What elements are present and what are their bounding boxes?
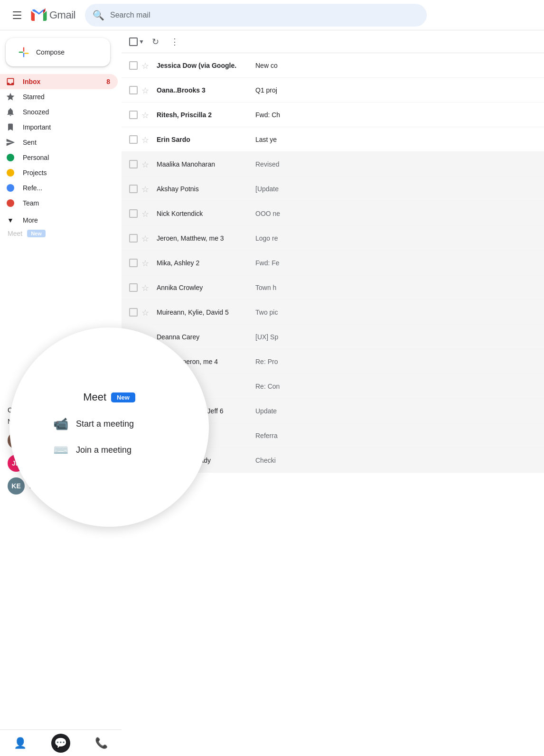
- email-sender: Nick Kortendick: [157, 210, 252, 217]
- email-row[interactable]: ☆Ritesh, Priscilla 2Fwd: Ch: [122, 103, 544, 127]
- svg-point-4: [7, 154, 14, 161]
- email-sender: Maalika Manoharan: [157, 160, 252, 168]
- email-snippet: Logo re: [255, 234, 536, 242]
- email-checkbox[interactable]: [129, 259, 138, 267]
- email-row[interactable]: ☆Oana..Brooks 3Q1 proj: [122, 78, 544, 103]
- star-icon[interactable]: ☆: [141, 61, 151, 70]
- email-checkbox[interactable]: [129, 61, 138, 70]
- star-icon[interactable]: ☆: [141, 184, 151, 194]
- email-row[interactable]: ☆Jeroen, Matthew, me 3Logo re: [122, 226, 544, 251]
- sidebar-item-starred[interactable]: Starred: [0, 89, 118, 104]
- menu-line: [13, 11, 21, 12]
- toolbar: ▼ ↻ ⋮: [122, 30, 544, 53]
- email-checkbox[interactable]: [129, 234, 138, 243]
- meet-circle-popup: Meet New 📹 Start a meeting ⌨️ Join a mee…: [9, 327, 209, 527]
- email-row[interactable]: ☆Deanna Carey[UX] Sp: [122, 325, 544, 349]
- svg-rect-0: [23, 47, 24, 52]
- sidebar-item-projects[interactable]: Projects: [0, 165, 118, 180]
- email-sender: Ritesh, Priscilla 2: [157, 111, 252, 119]
- sidebar-item-more[interactable]: ▼ More: [0, 213, 118, 228]
- select-all-group: ▼: [129, 37, 144, 46]
- email-snippet: Last ye: [255, 136, 536, 143]
- sidebar-item-inbox[interactable]: Inbox 8: [0, 74, 118, 89]
- email-snippet: [UX] Sp: [255, 333, 536, 341]
- personal-icon: [6, 153, 15, 162]
- email-checkbox[interactable]: [129, 160, 138, 168]
- email-checkbox[interactable]: [129, 111, 138, 119]
- star-icon[interactable]: ☆: [141, 308, 151, 317]
- star-icon[interactable]: ☆: [141, 209, 151, 218]
- star-icon[interactable]: ☆: [141, 159, 151, 169]
- sidebar-item-reference[interactable]: Refe...: [0, 180, 118, 196]
- team-icon: [6, 198, 15, 208]
- sidebar-item-personal[interactable]: Personal: [0, 150, 118, 165]
- star-icon[interactable]: ☆: [141, 110, 151, 120]
- video-camera-icon: 📹: [53, 417, 68, 431]
- star-icon[interactable]: ☆: [141, 85, 151, 95]
- join-meeting-button[interactable]: ⌨️ Join a meeting: [38, 437, 180, 463]
- email-snippet: Two pic: [255, 308, 536, 316]
- sidebar-item-team[interactable]: Team: [0, 196, 118, 211]
- email-checkbox[interactable]: [129, 135, 138, 144]
- more-options-button[interactable]: ⋮: [167, 34, 182, 49]
- email-sender: Akshay Potnis: [157, 185, 252, 193]
- svg-point-7: [7, 199, 14, 207]
- email-snippet: Revised: [255, 160, 536, 168]
- sidebar-item-sent[interactable]: Sent: [0, 135, 118, 150]
- email-row[interactable]: ☆Mika, Ashley 2Fwd: Fe: [122, 251, 544, 275]
- search-input[interactable]: [110, 11, 419, 19]
- email-row[interactable]: ☆Annika CrowleyTown h: [122, 275, 544, 300]
- select-all-arrow[interactable]: ▼: [139, 38, 144, 45]
- inbox-label: Inbox: [23, 78, 99, 85]
- refresh-button[interactable]: ↻: [148, 34, 163, 49]
- sidebar-item-important[interactable]: Important: [0, 120, 118, 135]
- select-all-checkbox[interactable]: [129, 37, 138, 46]
- email-checkbox[interactable]: [129, 185, 138, 193]
- inbox-icon: [6, 77, 15, 86]
- sent-icon: [6, 138, 15, 147]
- email-row[interactable]: ☆Muireann, Kylie, David 5Two pic: [122, 300, 544, 325]
- meet-new-badge: New: [27, 230, 46, 237]
- starred-icon: [6, 92, 15, 102]
- meet-popup-new-badge: New: [111, 392, 135, 402]
- star-icon[interactable]: ☆: [141, 258, 151, 268]
- reference-icon: [6, 183, 15, 193]
- email-sender: Deanna Carey: [157, 333, 252, 341]
- email-snippet: Fwd: Ch: [255, 111, 536, 119]
- email-snippet: Checki: [255, 457, 536, 464]
- svg-rect-3: [23, 53, 24, 57]
- email-checkbox[interactable]: [129, 86, 138, 94]
- email-checkbox[interactable]: [129, 283, 138, 292]
- avatar-wrap-katherine: KE: [8, 477, 25, 495]
- email-snippet: New co: [255, 62, 536, 69]
- email-row[interactable]: ☆Maalika ManoharanRevised: [122, 152, 544, 177]
- star-icon[interactable]: ☆: [141, 283, 151, 292]
- svg-point-5: [7, 169, 14, 177]
- email-sender: Jeroen, Matthew, me 3: [157, 234, 252, 242]
- email-snippet: Town h: [255, 284, 536, 291]
- phone-nav-button[interactable]: 📞: [92, 734, 111, 753]
- email-sender: Jessica Dow (via Google.: [157, 62, 252, 69]
- star-icon[interactable]: ☆: [141, 135, 151, 144]
- menu-button[interactable]: [8, 6, 27, 25]
- personal-label: Personal: [23, 154, 110, 161]
- star-icon[interactable]: ☆: [141, 233, 151, 243]
- search-bar[interactable]: 🔍: [85, 4, 427, 27]
- email-row[interactable]: ☆Jessica Dow (via Google.New co: [122, 53, 544, 78]
- email-row[interactable]: ☆Nick KortendickOOO ne: [122, 201, 544, 226]
- header: Gmail 🔍: [0, 0, 544, 30]
- email-checkbox[interactable]: [129, 308, 138, 317]
- chat-nav-button[interactable]: 💬: [51, 734, 70, 753]
- email-row[interactable]: ☆Erin SardoLast ye: [122, 127, 544, 152]
- svg-rect-1: [19, 52, 23, 53]
- menu-line: [13, 18, 21, 19]
- sidebar-item-snoozed[interactable]: Snoozed: [0, 104, 118, 120]
- important-label: Important: [23, 123, 110, 131]
- email-checkbox[interactable]: [129, 209, 138, 218]
- compose-button[interactable]: Compose: [6, 38, 110, 66]
- email-snippet: [Update: [255, 185, 536, 193]
- contacts-nav-button[interactable]: 👤: [11, 734, 30, 753]
- keyboard-icon: ⌨️: [53, 443, 68, 457]
- start-meeting-button[interactable]: 📹 Start a meeting: [38, 411, 180, 437]
- email-row[interactable]: ☆Akshay Potnis[Update: [122, 177, 544, 201]
